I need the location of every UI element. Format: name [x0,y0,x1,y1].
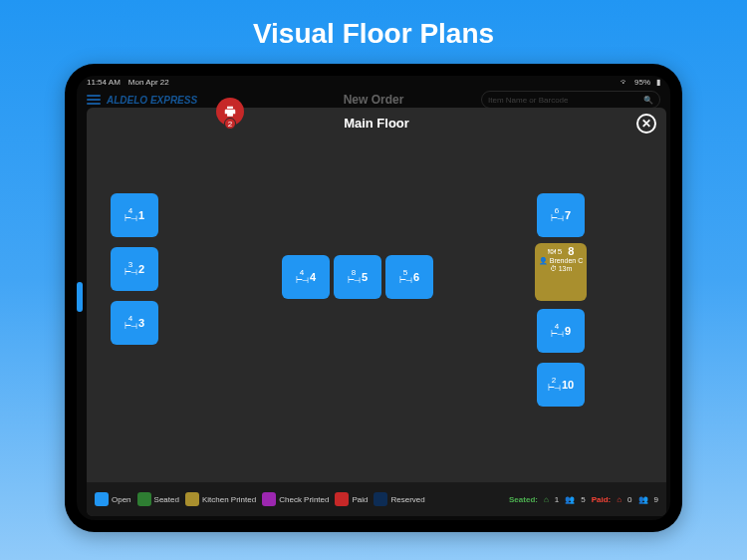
seats-icon: ⊢⊣ [124,215,136,223]
paid-tables-count: 0 [627,495,631,504]
table-capacity: 5 [558,247,562,256]
seated-label: Seated: [509,495,538,504]
seats-icon: ⊢⊣ [124,323,136,331]
seats-icon: ⊢⊣ [348,277,360,285]
table-9[interactable]: 4⊢⊣9 [537,309,585,353]
search-icon: 🔍 [643,96,653,105]
table-2[interactable]: 3⊢⊣2 [111,247,158,291]
legend-item-seated: Seated [137,492,179,506]
paid-tables-icon: ⌂ [617,495,622,504]
ipad-frame: 11:54 AM Mon Apr 22 ᯤ 95% ▮ ALDELO EXPRE… [65,64,682,532]
search-input[interactable]: Item Name or Barcode 🔍 [481,91,660,109]
paid-label: Paid: [592,495,612,504]
modal-title: Main Floor [344,116,409,131]
floor-plan-canvas[interactable]: 4⊢⊣13⊢⊣24⊢⊣34⊢⊣48⊢⊣55⊢⊣66⊢⊣7🍽58👤 Brenden… [87,143,666,482]
legend-item-paid: Paid [335,492,368,506]
legend-item-reserved: Reserved [374,492,424,506]
legend-label: Open [112,495,131,504]
legend-label: Reserved [390,495,424,504]
status-time: 11:54 AM [87,78,121,87]
legend-swatch [374,492,387,506]
seats-icon: ⊢⊣ [548,385,560,393]
table-6[interactable]: 5⊢⊣6 [385,255,433,299]
legend-label: Check Printed [279,495,329,504]
table-number: 10 [562,379,574,391]
table-number: 5 [362,271,368,283]
app-header-title: New Order [344,93,404,107]
legend-label: Paid [352,495,368,504]
table-number: 4 [310,271,316,283]
table-number: 6 [413,271,419,283]
paid-guests-icon: 👥 [638,495,648,504]
table-number: 3 [138,317,144,329]
legend-swatch [95,492,109,506]
table-number: 7 [565,209,571,221]
floor-plan-modal: 2 Main Floor 4⊢⊣13⊢⊣24⊢⊣34⊢⊣48⊢⊣55⊢⊣66⊢⊣… [87,108,666,516]
legend-item-open: Open [95,492,131,506]
legend-swatch [137,492,151,506]
table-number: 2 [138,263,144,275]
ipad-screen: 11:54 AM Mon Apr 22 ᯤ 95% ▮ ALDELO EXPRE… [77,76,670,520]
seats-icon: ⊢⊣ [296,277,308,285]
seated-tables-icon: ⌂ [544,495,549,504]
status-date: Mon Apr 22 [128,78,169,87]
table-icon: 🍽 [548,247,556,256]
modal-header: Main Floor [87,108,666,139]
side-drawer-handle[interactable] [77,282,83,312]
legend-swatch [335,492,349,506]
seats-icon: ⊢⊣ [399,277,411,285]
table-8[interactable]: 🍽58👤 Brenden C⏱ 13m [535,243,587,301]
printer-icon [223,105,237,119]
table-number: 8 [568,245,574,257]
seats-icon: ⊢⊣ [124,269,136,277]
paid-guests-count: 9 [654,495,658,504]
server-name: 👤 Brenden C [539,257,583,265]
wifi-icon: ᯤ [621,78,628,87]
table-7[interactable]: 6⊢⊣7 [537,193,585,237]
close-button[interactable] [636,114,656,134]
table-4[interactable]: 4⊢⊣4 [282,255,330,299]
table-1[interactable]: 4⊢⊣1 [111,193,158,237]
table-10[interactable]: 2⊢⊣10 [537,363,585,407]
table-number: 1 [138,209,144,221]
legend-bar: OpenSeatedKitchen PrintedCheck PrintedPa… [87,482,666,516]
app-brand: ALDELO EXPRESS [107,95,197,106]
seated-guests-count: 5 [581,495,585,504]
elapsed-time: ⏱ 13m [550,265,573,272]
promo-title: Visual Floor Plans [253,18,494,50]
printer-badge-count: 2 [224,118,236,130]
legend-label: Seated [154,495,179,504]
menu-icon[interactable] [87,95,101,105]
table-number: 9 [565,325,571,337]
legend-statuses: OpenSeatedKitchen PrintedCheck PrintedPa… [95,492,425,506]
printer-button[interactable]: 2 [216,98,244,126]
legend-item-check-printed: Check Printed [262,492,329,506]
legend-swatch [262,492,276,506]
legend-swatch [185,492,199,506]
battery-percent: 95% [634,78,650,87]
search-placeholder: Item Name or Barcode [488,96,568,105]
legend-item-kitchen-printed: Kitchen Printed [185,492,256,506]
battery-icon: ▮ [656,78,660,87]
seated-guests-icon: 👥 [565,495,575,504]
legend-label: Kitchen Printed [202,495,256,504]
table-5[interactable]: 8⊢⊣5 [334,255,381,299]
status-bar: 11:54 AM Mon Apr 22 ᯤ 95% ▮ [77,76,670,89]
seated-tables-count: 1 [555,495,559,504]
table-3[interactable]: 4⊢⊣3 [111,301,158,345]
seats-icon: ⊢⊣ [551,215,563,223]
seats-icon: ⊢⊣ [551,331,563,339]
legend-stats: Seated: ⌂ 1 👥 5 Paid: ⌂ 0 👥 9 [509,495,658,504]
